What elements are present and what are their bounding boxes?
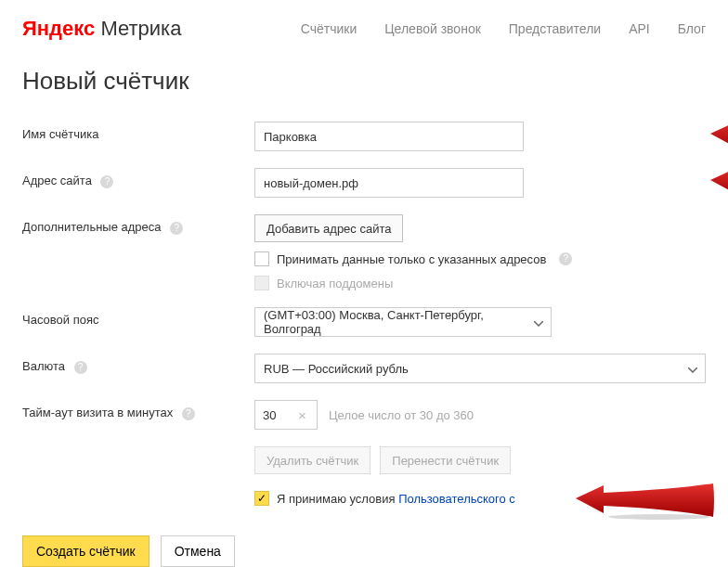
logo: Яндекс Метрика <box>22 17 181 41</box>
site-address-input[interactable] <box>254 168 524 198</box>
move-counter-button: Перенести счётчик <box>380 446 511 474</box>
currency-select[interactable]: RUB — Российский рубль <box>254 354 706 383</box>
nav-representatives[interactable]: Представители <box>509 21 601 36</box>
timeout-input[interactable] <box>255 401 292 429</box>
page-title: Новый счётчик <box>22 67 706 96</box>
cancel-button[interactable]: Отмена <box>161 535 235 567</box>
create-counter-button[interactable]: Создать счётчик <box>22 535 150 567</box>
timeout-input-wrap: × <box>254 400 318 430</box>
logo-yandex: Яндекс <box>22 17 95 40</box>
nav-target-call[interactable]: Целевой звонок <box>384 21 481 36</box>
user-agreement-link[interactable]: Пользовательского с <box>398 492 515 506</box>
help-icon[interactable]: ? <box>170 222 183 235</box>
help-icon[interactable]: ? <box>100 175 113 188</box>
checkbox-subdomains-label: Включая поддомены <box>277 277 393 290</box>
help-icon[interactable]: ? <box>182 407 195 420</box>
chevron-down-icon <box>688 362 697 376</box>
label-site-address: Адрес сайта ? <box>22 168 254 188</box>
checkbox-only-listed[interactable] <box>254 251 269 266</box>
svg-point-2 <box>608 514 710 520</box>
help-icon[interactable]: ? <box>74 361 87 374</box>
checkbox-only-listed-label: Принимать данные только с указанных адре… <box>277 252 546 266</box>
topbar: Яндекс Метрика Счётчики Целевой звонок П… <box>22 17 706 41</box>
counter-name-input[interactable] <box>254 122 524 151</box>
help-icon[interactable]: ? <box>559 252 572 265</box>
timezone-select[interactable]: (GMT+03:00) Москва, Санкт-Петербург, Вол… <box>254 307 552 337</box>
label-extra-addresses: Дополнительные адреса ? <box>22 214 254 235</box>
chevron-down-icon <box>534 316 543 329</box>
agree-text: Я принимаю условия Пользовательского с <box>277 492 515 506</box>
checkbox-agree[interactable]: ✓ <box>254 491 269 506</box>
annotation-arrow <box>710 163 728 202</box>
top-nav: Счётчики Целевой звонок Представители AP… <box>301 21 706 36</box>
label-counter-name: Имя счётчика <box>22 122 254 141</box>
nav-api[interactable]: API <box>629 21 650 36</box>
add-site-address-button[interactable]: Добавить адрес сайта <box>254 214 403 242</box>
timeout-hint: Целое число от 30 до 360 <box>329 408 474 422</box>
nav-blog[interactable]: Блог <box>678 21 706 36</box>
label-timezone: Часовой пояс <box>22 307 254 327</box>
annotation-arrow <box>710 117 728 156</box>
nav-counters[interactable]: Счётчики <box>301 21 358 36</box>
label-currency: Валюта ? <box>22 354 254 374</box>
checkbox-subdomains <box>254 276 269 290</box>
currency-selected: RUB — Российский рубль <box>264 362 409 376</box>
label-timeout: Тайм-аут визита в минутах ? <box>22 400 254 420</box>
footer-actions: Создать счётчик Отмена <box>22 535 706 567</box>
logo-metrika: Метрика <box>95 17 181 40</box>
clear-icon[interactable]: × <box>292 407 312 423</box>
delete-counter-button: Удалить счётчик <box>254 446 370 474</box>
timezone-selected: (GMT+03:00) Москва, Санкт-Петербург, Вол… <box>264 308 525 336</box>
